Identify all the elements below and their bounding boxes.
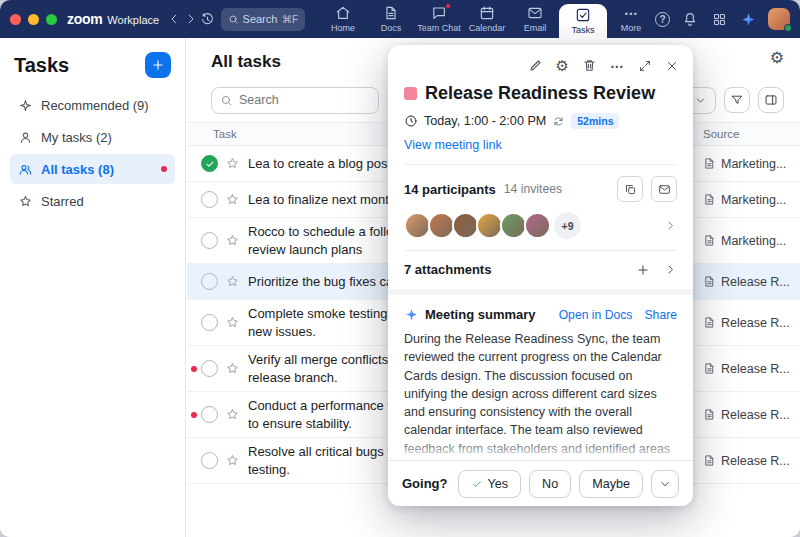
summary-body: During the Release Readiness Sync, the t… — [404, 330, 677, 460]
app-window: zoom Workplace Search ⌘F Home Docs Team … — [0, 0, 800, 537]
app-logo: zoom Workplace — [67, 11, 159, 27]
avatars-overflow[interactable]: +9 — [554, 212, 581, 239]
help-icon[interactable]: ? — [655, 12, 670, 27]
back-icon[interactable] — [165, 9, 182, 29]
star-icon[interactable] — [225, 315, 240, 330]
star-icon[interactable] — [225, 192, 240, 207]
sidebar-item-recommended[interactable]: Recommended (9) — [10, 90, 175, 120]
task-source-cell[interactable]: Release R... — [692, 264, 800, 299]
rsvp-yes-button[interactable]: Yes — [458, 470, 522, 498]
doc-icon — [703, 234, 716, 247]
ai-companion-icon[interactable] — [739, 9, 757, 29]
star-icon — [18, 194, 33, 209]
rsvp-footer: Going? Yes No Maybe — [388, 460, 693, 506]
row-unread-dot — [187, 320, 201, 326]
open-in-docs-link[interactable]: Open in Docs — [559, 308, 633, 322]
task-status-toggle[interactable] — [201, 273, 218, 290]
zoom-window-button[interactable] — [46, 14, 57, 25]
task-status-toggle[interactable] — [201, 232, 218, 249]
minimize-window-button[interactable] — [28, 14, 39, 25]
add-task-button[interactable] — [145, 52, 171, 78]
participant-avatar[interactable] — [476, 212, 503, 239]
nav-email[interactable]: Email — [511, 0, 559, 38]
notifications-icon[interactable] — [681, 9, 699, 29]
window-controls[interactable] — [10, 14, 57, 25]
sidebar-item-my-tasks[interactable]: My tasks (2) — [10, 122, 175, 152]
task-source-cell[interactable]: Marketing... — [692, 218, 800, 263]
history-icon[interactable] — [199, 9, 216, 29]
people-icon — [18, 162, 33, 177]
task-source-cell[interactable]: Release R... — [692, 300, 800, 345]
forward-icon[interactable] — [182, 9, 199, 29]
nav-calendar[interactable]: Calendar — [463, 0, 511, 38]
copy-button[interactable] — [617, 176, 643, 202]
close-window-button[interactable] — [10, 14, 21, 25]
add-attachment-icon[interactable] — [636, 263, 650, 277]
filter-button[interactable] — [724, 87, 750, 113]
task-status-toggle[interactable] — [201, 191, 218, 208]
panel-toggle-button[interactable] — [758, 87, 784, 113]
search-input[interactable] — [239, 93, 359, 107]
nav-home[interactable]: Home — [319, 0, 367, 38]
nav-team-chat[interactable]: Team Chat — [415, 0, 463, 38]
star-icon[interactable] — [225, 361, 240, 376]
participant-avatar[interactable] — [404, 212, 431, 239]
row-unread-dot — [187, 458, 201, 464]
person-icon — [18, 130, 33, 145]
task-source-cell[interactable]: Release R... — [692, 392, 800, 437]
task-status-toggle[interactable] — [201, 314, 218, 331]
chevron-down-icon — [659, 478, 671, 490]
task-source-cell[interactable]: Release R... — [692, 346, 800, 391]
search-placeholder: Search — [243, 13, 278, 25]
task-source-cell[interactable]: Release R... — [692, 438, 800, 483]
apps-grid-icon[interactable] — [710, 9, 728, 29]
global-search[interactable]: Search ⌘F — [221, 8, 305, 31]
sidebar-item-all-tasks[interactable]: All tasks (8) — [10, 154, 175, 184]
star-icon[interactable] — [225, 156, 240, 171]
participant-avatar[interactable] — [500, 212, 527, 239]
participants-chevron-icon[interactable] — [664, 219, 677, 232]
nav-more[interactable]: ⋯ More — [607, 0, 655, 38]
user-avatar[interactable] — [768, 8, 790, 30]
share-link[interactable]: Share — [644, 308, 677, 322]
expand-icon[interactable] — [638, 59, 652, 73]
task-source-cell[interactable]: Marketing... — [692, 146, 800, 181]
more-options-icon[interactable]: ⋯ — [610, 59, 625, 73]
mail-icon — [658, 183, 671, 196]
rsvp-more-button[interactable] — [651, 470, 679, 498]
settings-gear-icon[interactable]: ⚙ — [770, 50, 784, 66]
star-icon[interactable] — [225, 453, 240, 468]
attachments-chevron-icon[interactable] — [664, 263, 677, 276]
participant-avatar[interactable] — [428, 212, 455, 239]
trash-icon[interactable] — [582, 58, 597, 73]
view-meeting-link[interactable]: View meeting link — [404, 138, 502, 152]
task-status-toggle[interactable] — [201, 406, 218, 423]
task-status-toggle[interactable] — [201, 360, 218, 377]
nav-tasks[interactable]: Tasks — [559, 4, 607, 38]
task-status-toggle[interactable] — [201, 155, 218, 172]
task-source-cell[interactable]: Marketing... — [692, 182, 800, 217]
check-icon — [471, 478, 483, 490]
recommended-icon — [18, 98, 33, 113]
copy-icon — [624, 183, 637, 196]
participant-avatar[interactable] — [452, 212, 479, 239]
close-icon[interactable] — [665, 59, 679, 73]
rsvp-maybe-button[interactable]: Maybe — [579, 470, 643, 498]
doc-icon — [703, 316, 716, 329]
task-status-toggle[interactable] — [201, 452, 218, 469]
row-unread-dot — [187, 279, 201, 285]
edit-icon[interactable] — [528, 58, 543, 73]
participant-avatar[interactable] — [524, 212, 551, 239]
task-search[interactable] — [211, 87, 379, 114]
doc-icon — [703, 193, 716, 206]
gear-icon[interactable]: ⚙ — [556, 58, 569, 73]
rsvp-no-button[interactable]: No — [529, 470, 571, 498]
sidebar-item-starred[interactable]: Starred — [10, 186, 175, 216]
email-participants-button[interactable] — [651, 176, 677, 202]
nav-docs[interactable]: Docs — [367, 0, 415, 38]
star-icon[interactable] — [225, 233, 240, 248]
invitees-count: 14 invitees — [504, 182, 562, 196]
star-icon[interactable] — [225, 407, 240, 422]
star-icon[interactable] — [225, 274, 240, 289]
row-unread-dot — [187, 161, 201, 167]
